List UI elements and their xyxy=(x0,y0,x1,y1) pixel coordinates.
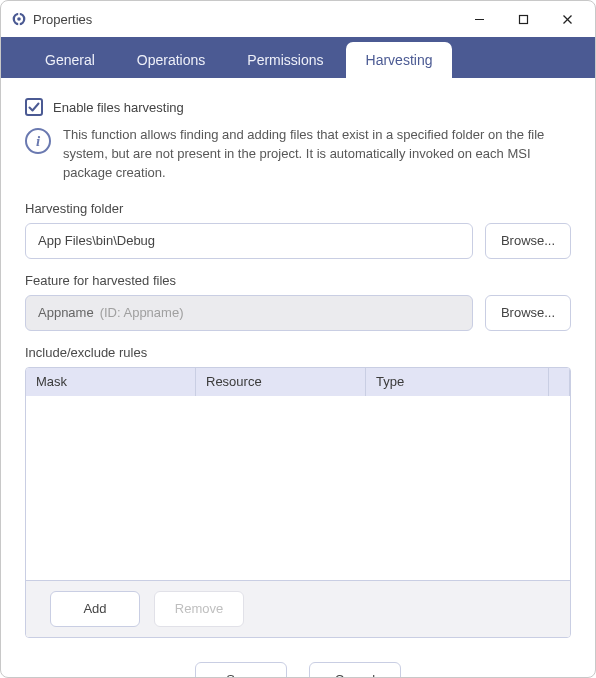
enable-harvesting-label: Enable files harvesting xyxy=(53,100,184,115)
tab-general[interactable]: General xyxy=(25,42,115,78)
rules-table-header: Mask Resource Type xyxy=(26,368,570,396)
rules-table: Mask Resource Type Add Remove xyxy=(25,367,571,638)
maximize-button[interactable] xyxy=(501,4,545,34)
tab-operations[interactable]: Operations xyxy=(117,42,225,78)
browse-feature-button[interactable]: Browse... xyxy=(485,295,571,331)
tab-harvesting[interactable]: Harvesting xyxy=(346,42,453,78)
info-icon: i xyxy=(25,128,51,154)
check-icon xyxy=(28,101,40,113)
feature-display: Appname (ID: Appname) xyxy=(25,295,473,331)
browse-folder-button[interactable]: Browse... xyxy=(485,223,571,259)
tab-permissions[interactable]: Permissions xyxy=(227,42,343,78)
cancel-button[interactable]: Cancel xyxy=(309,662,401,678)
minimize-button[interactable] xyxy=(457,4,501,34)
harvesting-folder-input[interactable] xyxy=(25,223,473,259)
info-text: This function allows finding and adding … xyxy=(63,126,571,183)
rules-label: Include/exclude rules xyxy=(25,345,571,360)
column-type[interactable]: Type xyxy=(366,368,549,396)
close-button[interactable] xyxy=(545,4,589,34)
content-area: Enable files harvesting i This function … xyxy=(1,78,595,678)
column-resource[interactable]: Resource xyxy=(196,368,366,396)
app-icon xyxy=(11,11,27,27)
svg-rect-4 xyxy=(519,15,527,23)
add-rule-button[interactable]: Add xyxy=(50,591,140,627)
feature-label: Feature for harvested files xyxy=(25,273,571,288)
svg-point-2 xyxy=(17,17,21,21)
remove-rule-button: Remove xyxy=(154,591,244,627)
dialog-footer: Save Cancel xyxy=(25,638,571,678)
feature-name: Appname xyxy=(38,305,94,320)
rules-table-body[interactable] xyxy=(26,396,570,581)
rules-table-actions: Add Remove xyxy=(26,581,570,637)
harvesting-folder-label: Harvesting folder xyxy=(25,201,571,216)
tab-bar: General Operations Permissions Harvestin… xyxy=(1,37,595,78)
window-title: Properties xyxy=(33,12,92,27)
enable-harvesting-checkbox[interactable] xyxy=(25,98,43,116)
title-bar: Properties xyxy=(1,1,595,37)
save-button[interactable]: Save xyxy=(195,662,287,678)
column-mask[interactable]: Mask xyxy=(26,368,196,396)
feature-id-hint: (ID: Appname) xyxy=(100,305,184,320)
column-end-spacer xyxy=(549,368,570,396)
